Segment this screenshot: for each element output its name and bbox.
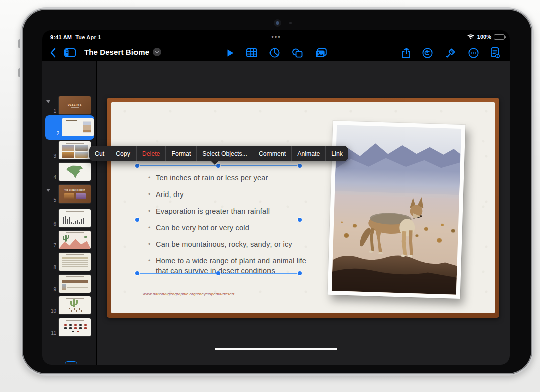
table-insert-icon[interactable] <box>245 46 258 59</box>
presenter-notes-icon[interactable] <box>489 46 502 59</box>
thumb-4-art <box>66 165 85 179</box>
context-menu-cut[interactable]: Cut <box>89 146 110 161</box>
thumb-2-art <box>66 120 77 121</box>
shrubs-art <box>341 222 343 223</box>
resize-handle-mid-left[interactable] <box>135 218 139 222</box>
battery-percent: 100% <box>477 34 491 40</box>
context-menu-link[interactable]: Link <box>325 146 348 161</box>
slide-number-6: 6 <box>45 221 56 227</box>
thumb-8-art <box>62 257 88 259</box>
thumb-11-art <box>66 320 84 321</box>
thumb-10-art <box>66 298 84 299</box>
slide-thumbnail-6[interactable] <box>59 209 91 227</box>
thumb-7-cactus-art <box>65 235 67 242</box>
context-menu-format[interactable]: Format <box>165 146 196 161</box>
more-options-icon[interactable] <box>467 46 480 59</box>
format-brush-icon[interactable] <box>444 46 457 59</box>
thumbnail-row-8: 8 <box>42 253 96 271</box>
status-indicators: 100% <box>467 34 505 40</box>
thumb-9-art <box>67 285 88 290</box>
thumb-2-art <box>64 122 79 133</box>
multitasking-dots-icon[interactable]: ••• <box>42 33 510 41</box>
slide-number-8: 8 <box>45 265 56 270</box>
thumb-3-art <box>62 145 88 158</box>
slide-number-7: 7 <box>45 243 56 248</box>
thumb-1-art <box>71 107 79 108</box>
resize-handle-top-right[interactable] <box>298 164 302 168</box>
slide-thumbnail-7[interactable] <box>59 231 91 249</box>
thumb-5-art <box>64 193 86 199</box>
resize-handle-bottom-right[interactable] <box>298 271 302 275</box>
thumb-9-art <box>62 280 88 283</box>
thumbnail-row-1: DESERTS 1 <box>42 96 96 114</box>
resize-handle-mid-right[interactable] <box>298 218 302 222</box>
context-menu-animate[interactable]: Animate <box>291 146 325 161</box>
context-menu-copy[interactable]: Copy <box>110 146 136 161</box>
media-insert-icon[interactable] <box>314 46 327 59</box>
slide-thumbnail-10[interactable] <box>59 296 91 314</box>
camera-sensor-dot <box>289 22 292 24</box>
shapes-insert-icon[interactable] <box>291 46 304 59</box>
document-title-group[interactable]: The Desert Biome <box>84 48 161 56</box>
chart-insert-icon[interactable] <box>268 46 281 59</box>
back-button[interactable] <box>46 46 59 59</box>
undo-icon[interactable] <box>421 46 434 59</box>
source-url-text: www.nationalgeographic.org/encyclopedia/… <box>143 292 234 296</box>
thumb-11-animals-art <box>63 323 88 333</box>
thumb-8-art <box>62 260 88 268</box>
share-icon[interactable] <box>399 46 413 59</box>
thumbnail-row-4: 4 <box>42 163 96 181</box>
slide-thumbnail-9[interactable] <box>59 275 91 293</box>
thumbnail-row-11: 11 <box>42 318 96 336</box>
bullet-item: Evaporation is greater than rainfall <box>147 206 307 216</box>
context-menu-comment[interactable]: Comment <box>253 146 291 161</box>
thumbnail-row-6: 6 <box>42 209 96 227</box>
thumb-10-cactus-art <box>73 299 75 307</box>
slide-number-4: 4 <box>45 175 56 180</box>
slide-thumbnail-1[interactable]: DESERTS <box>59 96 91 114</box>
thumb-2-art <box>83 121 91 133</box>
slide-frame: Ten inches of rain or less per year Arid… <box>107 98 499 318</box>
slide-navigator: DESERTS 1 2 <box>42 61 96 365</box>
thumb-5-title: THE MOJAVE DESERT <box>64 189 85 191</box>
slide-thumbnail-8[interactable] <box>59 253 91 271</box>
title-menu-button[interactable] <box>153 48 161 56</box>
slide-number-3: 3 <box>45 153 56 159</box>
thumb-9-art <box>66 276 84 277</box>
slide-thumbnail-11[interactable] <box>59 318 91 336</box>
resize-handle-top-left[interactable] <box>135 164 139 168</box>
current-slide[interactable]: Ten inches of rain or less per year Arid… <box>111 102 495 313</box>
context-menu-select-objects[interactable]: Select Objects... <box>196 146 253 161</box>
slide-thumbnail-5[interactable]: THE MOJAVE DESERT <box>59 185 91 203</box>
bullet-list[interactable]: Ten inches of rain or less per year Arid… <box>147 173 307 282</box>
thumb-6-art <box>66 211 84 212</box>
slide-navigator-icon[interactable] <box>63 46 76 59</box>
thumbnail-row-9: 9 <box>42 275 96 293</box>
home-indicator[interactable] <box>215 348 337 350</box>
add-slide-button[interactable]: + <box>65 361 77 365</box>
thumb-8-art <box>66 254 84 255</box>
thumbnail-row-3: 3 <box>42 141 96 159</box>
bullet-item: Can be very hot or very cold <box>147 223 307 233</box>
thumbnail-row-10: 10 <box>42 296 96 314</box>
context-menu-delete[interactable]: Delete <box>136 146 166 161</box>
context-menu: Cut Copy Delete Format Select Objects...… <box>89 146 348 161</box>
slide-thumbnail-2[interactable] <box>62 118 94 136</box>
slide-number-5: 5 <box>45 197 56 203</box>
slide-number-10: 10 <box>45 308 56 314</box>
thumb-3-art <box>66 143 84 144</box>
slide-number-9: 9 <box>45 287 56 292</box>
play-button[interactable] <box>224 46 237 59</box>
resize-handle-bottom-center[interactable] <box>216 271 220 275</box>
thumb-7-art <box>84 236 87 238</box>
resize-handle-bottom-left[interactable] <box>135 271 139 275</box>
thumb-7-art <box>66 232 84 233</box>
document-title: The Desert Biome <box>84 48 149 56</box>
front-camera <box>274 19 281 27</box>
slide-number-1: 1 <box>45 108 56 114</box>
coyote-art <box>345 177 445 273</box>
slide-thumbnail-3[interactable] <box>59 141 91 159</box>
slide-thumbnail-4[interactable] <box>59 163 91 181</box>
status-bar: 9:41 AMTue Apr 1 ••• 100% <box>42 30 510 44</box>
battery-icon <box>494 34 505 40</box>
